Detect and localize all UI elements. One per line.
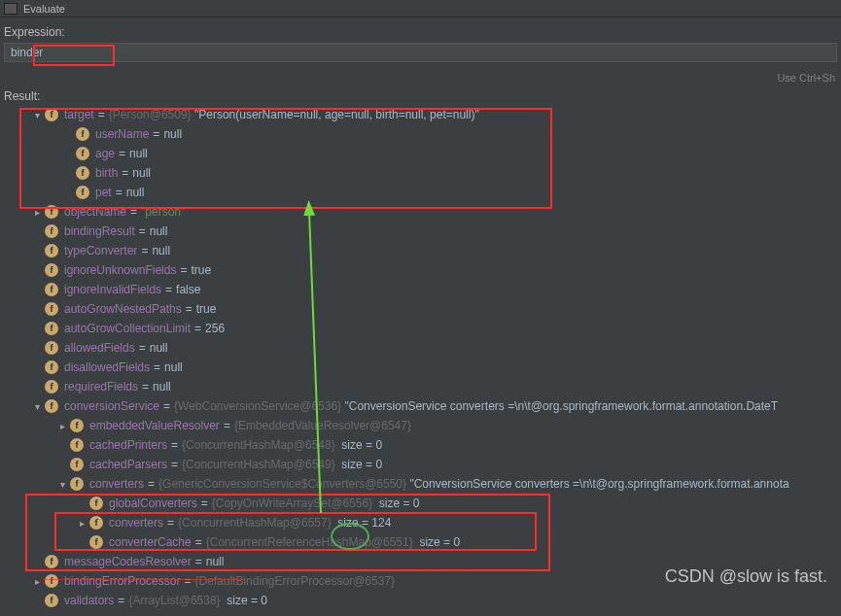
field-size: size = 0: [419, 535, 460, 549]
chevron-down-icon[interactable]: ▾: [31, 110, 43, 120]
node-target-birth[interactable]: f birth = null: [2, 163, 841, 183]
equals-sign: =: [201, 496, 208, 510]
field-name: embeddedValueResolver: [89, 419, 220, 432]
equals-sign: =: [118, 594, 124, 607]
field-name: autoGrowNestedPaths: [64, 302, 182, 316]
field-icon: f: [89, 516, 103, 530]
node-typeConverter[interactable]: f typeConverter = null: [2, 241, 841, 260]
field-ref: {ConcurrentHashMap@6548}: [182, 438, 335, 452]
watermark: CSDN @slow is fast.: [665, 566, 827, 587]
field-icon: f: [45, 108, 58, 121]
field-ref: {Person@6509}: [109, 108, 192, 121]
field-name: requiredFields: [64, 380, 138, 394]
field-ref: {WebConversionService@6536}: [174, 399, 341, 413]
field-name: ignoreInvalidFields: [64, 283, 161, 296]
node-cachedPrinters[interactable]: f cachedPrinters = {ConcurrentHashMap@65…: [2, 435, 841, 455]
node-ignoreUnknownFields[interactable]: f ignoreUnknownFields = true: [2, 260, 841, 280]
node-converters[interactable]: ▾ f converters = {GenericConversionServi…: [2, 474, 841, 494]
field-icon: f: [45, 555, 58, 568]
field-value: null: [150, 224, 168, 238]
equals-sign: =: [171, 458, 178, 471]
node-allowedFields[interactable]: f allowedFields = null: [2, 338, 841, 358]
field-name: globalConverters: [109, 496, 197, 510]
node-target-userName[interactable]: f userName = null: [2, 124, 841, 144]
field-ref: {DefaultBindingErrorProcessor@6537}: [194, 574, 395, 588]
equals-sign: =: [171, 438, 178, 452]
field-size: size = 0: [379, 496, 420, 510]
node-bindingResult[interactable]: f bindingResult = null: [2, 222, 841, 241]
field-name: objectName: [64, 205, 126, 219]
equals-sign: =: [167, 516, 174, 530]
field-name: messageCodesResolver: [64, 555, 192, 568]
chevron-right-icon[interactable]: ▸: [76, 518, 88, 529]
node-cachedParsers[interactable]: f cachedParsers = {ConcurrentHashMap@654…: [2, 455, 841, 474]
result-label: Result:: [0, 87, 841, 105]
field-name: pet: [95, 186, 112, 199]
field-name: disallowedFields: [64, 360, 150, 374]
field-icon: f: [70, 458, 84, 471]
field-icon: f: [70, 477, 84, 491]
equals-sign: =: [184, 574, 191, 588]
expression-input[interactable]: [4, 43, 837, 62]
field-ref: {ConcurrentHashMap@6549}: [182, 458, 335, 471]
field-name: birth: [95, 166, 118, 180]
field-icon: f: [45, 283, 58, 296]
result-tree: ▾ f target = {Person@6509} "Person(userN…: [0, 105, 841, 616]
node-embeddedValueResolver[interactable]: ▸ f embeddedValueResolver = {EmbeddedVal…: [2, 416, 841, 435]
field-size: size = 0: [341, 438, 382, 452]
field-icon: f: [45, 244, 58, 257]
field-ref: {ConcurrentReferenceHashMap@6551}: [206, 535, 413, 549]
field-size: size = 0: [227, 594, 267, 607]
field-ref: {GenericConversionService$Converters@655…: [158, 477, 406, 491]
node-validators[interactable]: f validators = {ArrayList@6538} size = 0: [2, 591, 841, 610]
node-objectName[interactable]: ▸ f objectName = "person": [2, 202, 841, 222]
equals-sign: =: [98, 108, 105, 121]
node-autoGrowNestedPaths[interactable]: f autoGrowNestedPaths = true: [2, 299, 841, 319]
field-value: null: [126, 186, 145, 199]
field-name: autoGrowCollectionLimit: [64, 322, 191, 335]
equals-sign: =: [141, 244, 148, 257]
field-ref: {CopyOnWriteArraySet@6556}: [212, 496, 372, 510]
node-target-age[interactable]: f age = null: [2, 144, 841, 163]
node-globalConverters[interactable]: f globalConverters = {CopyOnWriteArraySe…: [2, 494, 841, 513]
node-converterCache[interactable]: f converterCache = {ConcurrentReferenceH…: [2, 532, 841, 552]
field-repr: "ConversionService converters =\n\t@org.…: [409, 477, 788, 491]
field-icon: f: [45, 263, 58, 277]
field-icon: f: [45, 594, 58, 607]
field-name: userName: [95, 127, 149, 141]
chevron-down-icon[interactable]: ▾: [56, 479, 68, 490]
field-ref: {EmbeddedValueResolver@6547}: [234, 419, 411, 432]
field-value: null: [164, 360, 183, 374]
node-autoGrowCollectionLimit[interactable]: f autoGrowCollectionLimit = 256: [2, 319, 841, 338]
node-converters-inner[interactable]: ▸ f converters = {ConcurrentHashMap@6557…: [2, 513, 841, 532]
field-size: size = 0: [341, 458, 382, 471]
field-icon: f: [76, 166, 89, 180]
field-value: "person": [141, 205, 185, 219]
node-ignoreInvalidFields[interactable]: f ignoreInvalidFields = false: [2, 280, 841, 299]
equals-sign: =: [122, 166, 128, 180]
expression-label: Expression:: [0, 17, 841, 43]
field-name: converters: [109, 516, 163, 530]
field-name: cachedParsers: [89, 458, 167, 471]
equals-sign: =: [180, 263, 187, 277]
field-size: size = 124: [337, 516, 391, 530]
field-icon: f: [45, 322, 58, 335]
field-name: conversionService: [64, 399, 159, 413]
window-titlebar: Evaluate: [0, 0, 841, 17]
equals-sign: =: [154, 360, 160, 374]
node-requiredFields[interactable]: f requiredFields = null: [2, 377, 841, 396]
field-name: converterCache: [109, 535, 192, 549]
equals-sign: =: [186, 302, 193, 316]
equals-sign: =: [142, 380, 149, 394]
chevron-down-icon[interactable]: ▾: [31, 401, 43, 412]
equals-sign: =: [165, 283, 172, 296]
field-icon: f: [45, 341, 58, 355]
chevron-right-icon[interactable]: ▸: [56, 421, 68, 431]
node-disallowedFields[interactable]: f disallowedFields = null: [2, 358, 841, 377]
field-name: bindingResult: [64, 224, 135, 238]
node-target[interactable]: ▾ f target = {Person@6509} "Person(userN…: [2, 105, 841, 124]
node-target-pet[interactable]: f pet = null: [2, 183, 841, 202]
chevron-right-icon[interactable]: ▸: [31, 576, 43, 587]
node-conversionService[interactable]: ▾ f conversionService = {WebConversionSe…: [2, 396, 841, 416]
chevron-right-icon[interactable]: ▸: [31, 207, 43, 218]
